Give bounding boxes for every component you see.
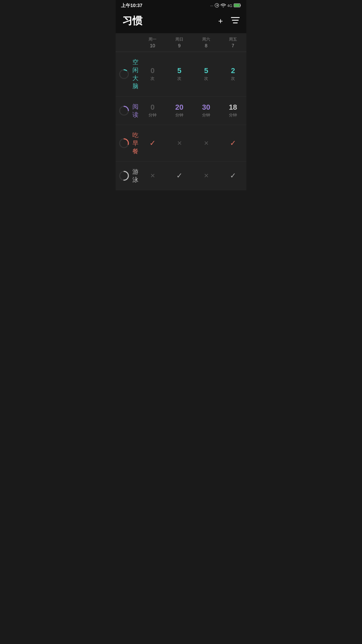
battery-icon	[234, 3, 241, 8]
status-bar: 上午10:37 ··· 4G	[116, 0, 246, 10]
status-icons: ··· 4G	[210, 3, 241, 8]
habit-1-cell-1: 0 次	[139, 67, 166, 81]
page-title: 习惯	[122, 14, 142, 28]
habit-4-icon	[116, 170, 132, 181]
habit-3-name: 吃早餐	[132, 131, 139, 155]
habit-3-icon	[116, 138, 132, 149]
habit-4-cell-2: ✓	[166, 171, 193, 180]
habit-2-name: 阅读	[132, 103, 139, 119]
habit-3-cell-2: ✕	[166, 140, 193, 147]
habit-row-1[interactable]: 空闲大脑 0 次 5 次 5 次 2 次	[116, 52, 246, 97]
habit-2-cell-4: 18 分钟	[220, 103, 246, 118]
svg-rect-1	[240, 4, 241, 6]
day-col-4: 周五 7	[220, 37, 246, 48]
mute-icon	[215, 3, 219, 8]
svg-rect-5	[233, 22, 238, 23]
status-time: 上午10:37	[121, 3, 142, 9]
svg-point-6	[120, 70, 128, 78]
habit-2-icon	[116, 105, 132, 116]
column-header: 周一 10 周日 9 周六 8 周五 7	[116, 33, 246, 52]
app-header: 习惯 +	[116, 10, 246, 33]
day-col-3: 周六 8	[193, 37, 220, 48]
habit-1-icon	[116, 69, 132, 79]
habit-4-cell-1: ✕	[139, 172, 166, 179]
header-actions: +	[218, 17, 240, 25]
day-col-2: 周日 9	[166, 37, 193, 48]
habit-1-name: 空闲大脑	[132, 58, 139, 90]
habit-1-cell-4: 2 次	[220, 67, 246, 81]
dots-icon: ···	[210, 4, 213, 8]
habit-row-2[interactable]: 阅读 0 分钟 20 分钟 30 分钟 18 分钟	[116, 97, 246, 125]
habit-1-cell-3: 5 次	[193, 67, 220, 81]
habit-1-cell-2: 5 次	[166, 67, 193, 81]
svg-rect-2	[234, 4, 240, 7]
habit-2-cell-1: 0 分钟	[139, 103, 166, 118]
svg-rect-4	[232, 20, 239, 21]
habit-2-cell-3: 30 分钟	[193, 103, 220, 118]
habit-3-cell-3: ✕	[193, 140, 220, 147]
day-col-1: 周一 10	[139, 37, 166, 48]
habit-row-3[interactable]: 吃早餐 ✓ ✕ ✕ ✓	[116, 125, 246, 162]
add-habit-button[interactable]: +	[218, 17, 223, 25]
filter-button[interactable]	[231, 17, 240, 25]
habit-4-cell-3: ✕	[193, 172, 220, 179]
habit-4-name: 游泳	[132, 168, 139, 184]
habit-row-4[interactable]: 游泳 ✕ ✓ ✕ ✓	[116, 162, 246, 190]
signal-icon: 4G	[227, 4, 232, 8]
habit-4-cell-4: ✓	[220, 171, 246, 180]
svg-rect-3	[231, 17, 240, 18]
habit-3-cell-1: ✓	[139, 139, 166, 148]
wifi-icon	[221, 3, 226, 8]
habit-3-cell-4: ✓	[220, 139, 246, 148]
habit-2-cell-2: 20 分钟	[166, 103, 193, 118]
